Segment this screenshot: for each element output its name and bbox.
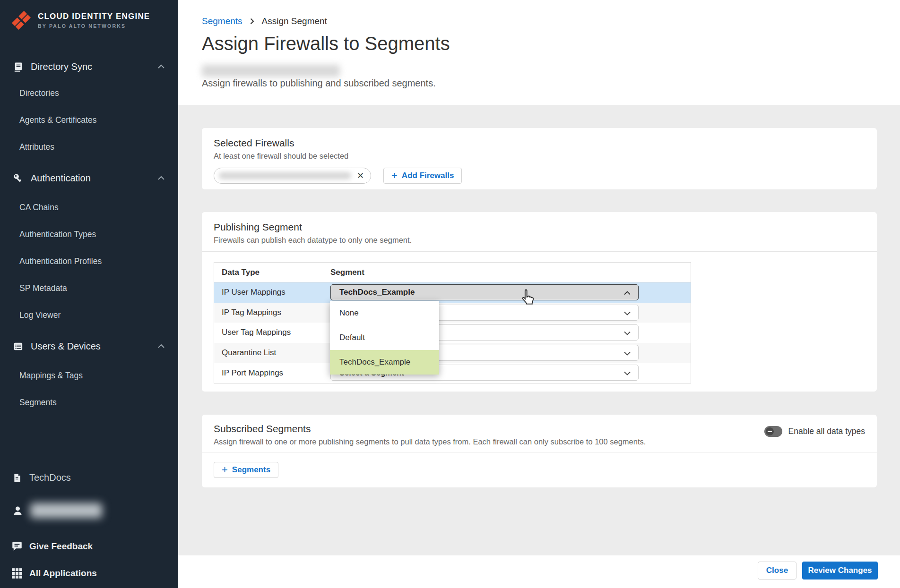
redacted-tenant-name: [202, 65, 340, 77]
dropdown-option-techdocs-example[interactable]: TechDocs_Example: [330, 350, 439, 375]
sidebar-item-all-applications[interactable]: All Applications: [0, 566, 178, 580]
chevron-up-icon[interactable]: [157, 175, 165, 181]
feedback-chat-icon: [11, 540, 23, 553]
sidebar-item-techdocs[interactable]: TechDocs: [0, 470, 178, 485]
data-type-label: IP Tag Mappings: [214, 308, 330, 317]
close-button[interactable]: Close: [758, 562, 796, 579]
sidebar-section-authentication[interactable]: Authentication: [0, 171, 178, 185]
breadcrumb: Segments Assign Segment: [202, 16, 327, 26]
publishing-segment-title: Publishing Segment: [214, 222, 865, 233]
list-icon: [13, 341, 24, 352]
data-type-label: User Tag Mappings: [214, 328, 330, 337]
column-header-data-type: Data Type: [214, 268, 330, 277]
give-feedback-label: Give Feedback: [29, 541, 93, 552]
all-applications-label: All Applications: [29, 568, 97, 579]
chevron-down-icon: [624, 331, 631, 335]
book-icon: [13, 61, 24, 72]
app-logo: CLOUD IDENTITY ENGINE BY PALO ALTO NETWO…: [10, 9, 150, 31]
sidebar-item-log-viewer[interactable]: Log Viewer: [19, 309, 61, 321]
plus-icon: +: [222, 465, 228, 475]
dropdown-option-none[interactable]: None: [330, 301, 439, 325]
plus-icon: +: [391, 170, 398, 181]
document-icon: [13, 472, 22, 483]
chevron-up-icon[interactable]: [157, 64, 165, 69]
sidebar-item-mappings-tags[interactable]: Mappings & Tags: [19, 369, 83, 382]
sidebar-item-directories[interactable]: Directories: [19, 87, 59, 99]
page-title: Assign Firewalls to Segments: [202, 33, 450, 54]
breadcrumb-current: Assign Segment: [262, 16, 327, 26]
breadcrumb-segments-link[interactable]: Segments: [202, 16, 242, 26]
data-type-label: Quarantine List: [214, 348, 330, 358]
segment-dropdown-menu: None Default TechDocs_Example: [330, 301, 439, 375]
logo-subtitle: BY PALO ALTO NETWORKS: [38, 23, 150, 29]
chevron-down-icon: [624, 351, 631, 356]
chevron-right-icon: [250, 18, 254, 25]
subscribed-segments-description: Assign firewall to one or more publishin…: [214, 437, 865, 446]
firewall-chip: ✕: [214, 168, 371, 184]
dropdown-option-default[interactable]: Default: [330, 325, 439, 350]
publishing-segment-card: Publishing Segment Firewalls can publish…: [202, 212, 877, 392]
add-segments-button[interactable]: + Segments: [214, 462, 278, 478]
redacted-firewall-name: [219, 172, 351, 179]
column-header-segment: Segment: [330, 268, 691, 277]
page-subtitle: Assign firewalls to publishing and subsc…: [202, 78, 436, 89]
segment-select-ip-user-mappings[interactable]: TechDocs_Example: [330, 284, 639, 300]
review-changes-button[interactable]: Review Changes: [802, 562, 878, 579]
table-row: User Tag Mappings Select a Segment: [214, 323, 691, 343]
sidebar-item-give-feedback[interactable]: Give Feedback: [0, 539, 178, 554]
data-type-label: IP Port Mappings: [214, 368, 330, 378]
publishing-segment-subtitle: Firewalls can publish each datatype to o…: [214, 236, 865, 245]
divider: [202, 251, 877, 252]
chevron-down-icon: [624, 371, 631, 375]
sidebar-item-sp-metadata[interactable]: SP Metadata: [19, 282, 67, 294]
palo-alto-logo-icon: [10, 9, 32, 31]
publishing-table: Data Type Segment IP User Mappings TechD…: [214, 262, 691, 383]
selected-firewalls-hint: At least one firewall should be selected: [214, 152, 865, 161]
selected-firewalls-card: Selected Firewalls At least one firewall…: [202, 128, 877, 189]
cursor-pointer-icon: [520, 288, 536, 308]
cloud-identity-engine-app: CLOUD IDENTITY ENGINE BY PALO ALTO NETWO…: [0, 0, 900, 588]
key-icon: [13, 173, 24, 184]
sidebar-item-agents-certificates[interactable]: Agents & Certificates: [19, 114, 96, 126]
sidebar-item-attributes[interactable]: Attributes: [19, 141, 54, 153]
enable-all-data-types-toggle[interactable]: [764, 426, 782, 437]
chevron-down-icon: [624, 311, 631, 315]
chevron-up-icon: [624, 291, 631, 295]
toggle-label: Enable all data types: [788, 426, 865, 436]
sidebar-user[interactable]: [0, 503, 178, 518]
sidebar-item-ca-chains[interactable]: CA Chains: [19, 201, 59, 213]
table-row: Quarantine List Select a Segment: [214, 343, 691, 363]
add-firewalls-button[interactable]: + Add Firewalls: [383, 168, 462, 184]
sidebar-item-authentication-profiles[interactable]: Authentication Profiles: [19, 255, 102, 267]
table-header-row: Data Type Segment: [214, 263, 691, 282]
sidebar-section-directory-sync[interactable]: Directory Sync: [0, 60, 178, 74]
sidebar-section-label: Directory Sync: [31, 61, 92, 72]
toggle-knob-minus-icon: [766, 427, 774, 435]
user-icon: [12, 505, 24, 517]
table-row: IP Port Mappings Select a Segment: [214, 363, 691, 383]
redacted-username: [30, 503, 102, 518]
table-row: IP Tag Mappings Select a Segment: [214, 303, 691, 323]
table-row: IP User Mappings TechDocs_Example: [214, 282, 691, 303]
sidebar: CLOUD IDENTITY ENGINE BY PALO ALTO NETWO…: [0, 0, 178, 588]
data-type-label: IP User Mappings: [214, 288, 330, 297]
remove-firewall-icon[interactable]: ✕: [357, 171, 364, 180]
techdocs-label: TechDocs: [29, 472, 71, 483]
divider: [202, 452, 877, 452]
sidebar-section-users-devices[interactable]: Users & Devices: [0, 339, 178, 353]
sidebar-section-label: Users & Devices: [31, 341, 101, 352]
sidebar-item-segments[interactable]: Segments: [19, 396, 57, 409]
selected-firewalls-title: Selected Firewalls: [214, 137, 865, 149]
logo-title: CLOUD IDENTITY ENGINE: [38, 12, 150, 21]
sidebar-section-label: Authentication: [31, 173, 91, 184]
subscribed-segments-card: Subscribed Segments Assign firewall to o…: [202, 415, 877, 487]
sidebar-item-authentication-types[interactable]: Authentication Types: [19, 228, 96, 240]
apps-grid-icon: [11, 567, 23, 579]
chevron-up-icon[interactable]: [157, 343, 165, 349]
